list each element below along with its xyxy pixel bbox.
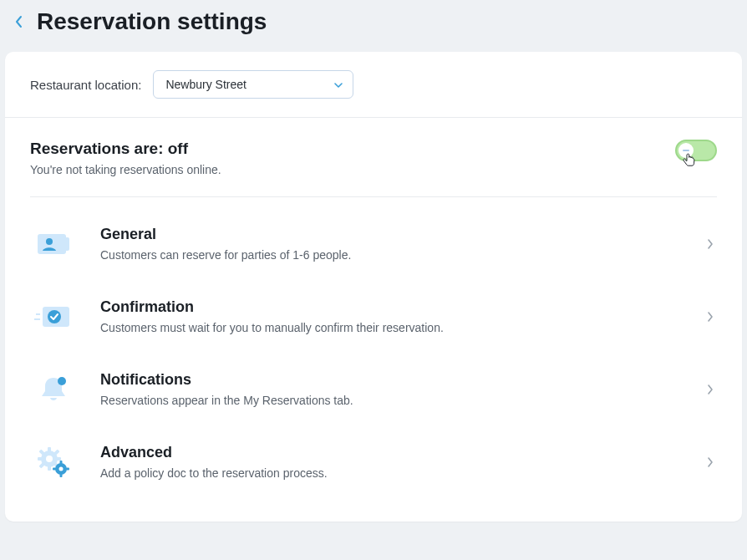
row-confirmation-desc: Customers must wait for you to manually … bbox=[100, 321, 680, 334]
svg-rect-5 bbox=[34, 318, 40, 320]
notifications-icon bbox=[30, 373, 77, 406]
row-general-title: General bbox=[100, 226, 680, 243]
status-row: Reservations are: off You're not taking … bbox=[30, 118, 717, 197]
svg-rect-11 bbox=[38, 457, 43, 461]
svg-rect-9 bbox=[48, 447, 51, 452]
svg-point-7 bbox=[58, 377, 66, 385]
general-icon bbox=[30, 227, 77, 261]
chevron-right-icon bbox=[704, 384, 717, 395]
svg-rect-12 bbox=[56, 457, 61, 461]
svg-rect-10 bbox=[48, 466, 51, 471]
svg-point-23 bbox=[59, 466, 64, 471]
svg-rect-22 bbox=[66, 467, 69, 470]
location-select[interactable]: Newbury Street bbox=[153, 70, 353, 99]
status-sub: You're not taking reservations online. bbox=[30, 163, 221, 176]
settings-card: Restaurant location: Newbury Street Rese… bbox=[5, 52, 742, 522]
svg-rect-21 bbox=[53, 467, 56, 470]
svg-point-2 bbox=[46, 238, 53, 245]
svg-rect-1 bbox=[64, 237, 69, 251]
settings-list: General Customers can reserve for partie… bbox=[5, 197, 742, 522]
advanced-icon bbox=[30, 445, 77, 479]
chevron-right-icon bbox=[704, 311, 717, 323]
row-general[interactable]: General Customers can reserve for partie… bbox=[30, 207, 717, 280]
location-label: Restaurant location: bbox=[30, 78, 141, 92]
svg-point-17 bbox=[46, 456, 53, 462]
back-button[interactable] bbox=[12, 15, 25, 28]
confirmation-icon bbox=[30, 300, 77, 333]
row-advanced-desc: Add a policy doc to the reservation proc… bbox=[100, 466, 680, 480]
location-row: Restaurant location: Newbury Street bbox=[5, 52, 742, 118]
chevron-left-icon bbox=[14, 15, 23, 28]
status-heading: Reservations are: off bbox=[30, 140, 221, 158]
row-confirmation-title: Confirmation bbox=[100, 298, 680, 316]
svg-point-6 bbox=[48, 310, 61, 323]
location-select-value: Newbury Street bbox=[153, 70, 353, 99]
svg-rect-20 bbox=[60, 474, 63, 477]
toggle-knob bbox=[678, 143, 694, 158]
svg-rect-0 bbox=[38, 234, 66, 254]
chevron-right-icon bbox=[704, 238, 717, 250]
row-confirmation[interactable]: Confirmation Customers must wait for you… bbox=[30, 280, 717, 353]
row-advanced-title: Advanced bbox=[100, 444, 680, 461]
row-notifications-title: Notifications bbox=[100, 371, 680, 389]
row-general-desc: Customers can reserve for parties of 1-6… bbox=[100, 248, 680, 262]
svg-rect-4 bbox=[36, 313, 40, 315]
page-title: Reservation settings bbox=[37, 8, 267, 35]
reservations-toggle[interactable] bbox=[675, 140, 717, 161]
row-advanced[interactable]: Advanced Add a policy doc to the reserva… bbox=[30, 425, 717, 498]
row-notifications-desc: Reservations appear in the My Reservatio… bbox=[100, 394, 680, 407]
chevron-right-icon bbox=[704, 456, 717, 468]
svg-rect-19 bbox=[60, 461, 63, 464]
row-notifications[interactable]: Notifications Reservations appear in the… bbox=[30, 353, 717, 425]
